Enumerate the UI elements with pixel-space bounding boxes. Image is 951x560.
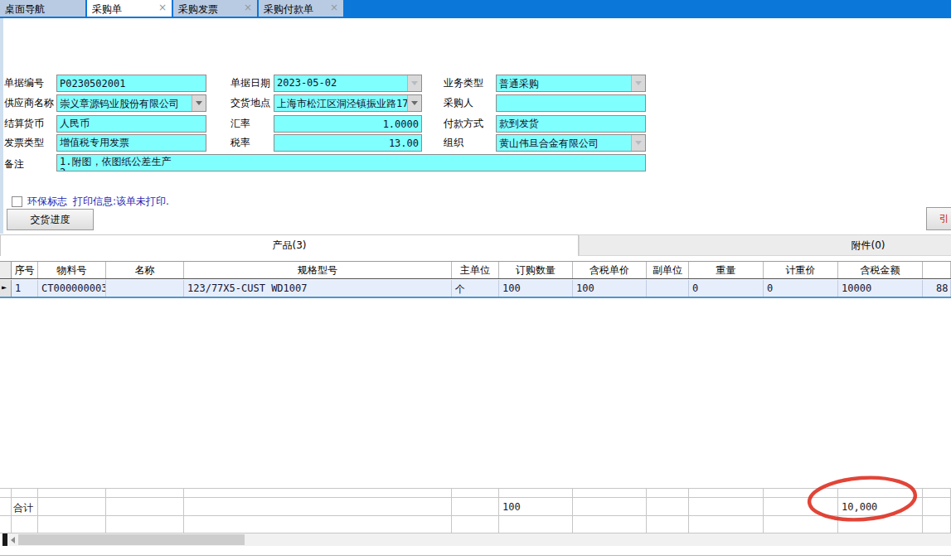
col-header-weight-price[interactable]: 计重价 bbox=[764, 262, 838, 278]
biz-type-value: 普通采购 bbox=[497, 75, 631, 91]
cell-spec-model[interactable]: 123/77X5-CUST WD1007 bbox=[184, 280, 452, 297]
tab-desktop-nav[interactable]: 桌面导航 bbox=[0, 0, 85, 17]
chevron-down-icon[interactable] bbox=[407, 75, 421, 91]
cell-clipped[interactable]: 88 bbox=[923, 280, 951, 297]
eco-label-checkbox[interactable] bbox=[12, 196, 22, 207]
cell-tax-price[interactable]: 100 bbox=[573, 280, 647, 297]
col-header-sub-unit[interactable]: 副单位 bbox=[647, 262, 689, 278]
chevron-down-icon[interactable] bbox=[631, 75, 645, 91]
exchange-rate-label: 汇率 bbox=[230, 115, 250, 132]
close-icon[interactable]: × bbox=[330, 2, 338, 12]
products-table-header: 序号 物料号 名称 规格型号 主单位 订购数量 含税单价 副单位 重量 计重价 … bbox=[0, 261, 951, 279]
tab-purchase-order[interactable]: 采购单 × bbox=[87, 0, 172, 17]
detail-tab-strip: 产品(3) 附件(0) bbox=[0, 234, 951, 256]
remark-line1: 1.附图，依图纸公差生产 bbox=[60, 157, 643, 167]
window-bottom-border bbox=[0, 555, 951, 556]
total-tax-amount: 10,000 bbox=[838, 498, 923, 515]
organization-label: 组织 bbox=[444, 134, 463, 151]
supplier-value: 崇义章源钨业股份有限公司 bbox=[57, 95, 192, 111]
doc-date-label: 单据日期 bbox=[230, 75, 270, 91]
remark-textarea[interactable]: 1.附图，依图纸公差生产 2. bbox=[56, 154, 646, 171]
cell-seq[interactable]: 1 bbox=[12, 280, 38, 297]
remark-label: 备注 bbox=[4, 156, 24, 172]
grid-summary-section: 合计 100 10,000 bbox=[0, 488, 951, 533]
summary-total-row: 合计 100 10,000 bbox=[0, 498, 951, 516]
scrollbar-thumb[interactable] bbox=[18, 534, 245, 545]
chevron-down-icon[interactable] bbox=[192, 95, 206, 111]
col-header-name[interactable]: 名称 bbox=[106, 262, 184, 278]
row-selector-header bbox=[0, 262, 12, 278]
window-tab-bar: 桌面导航 采购单 × 采购发票 × 采购付款单 × bbox=[0, 0, 951, 18]
summary-empty-row bbox=[0, 516, 951, 533]
buyer-input[interactable] bbox=[496, 94, 646, 112]
organization-value: 黄山伟旦合金有限公司 bbox=[497, 135, 631, 151]
cell-sub-unit[interactable] bbox=[647, 280, 689, 297]
currency-label: 结算货币 bbox=[4, 115, 44, 132]
eco-label-text: 环保标志 bbox=[27, 195, 67, 208]
col-header-seq[interactable]: 序号 bbox=[12, 262, 38, 278]
print-info-text: 打印信息:该单未打印. bbox=[73, 195, 169, 208]
col-header-material-no[interactable]: 物料号 bbox=[38, 262, 106, 278]
horizontal-scrollbar[interactable] bbox=[7, 533, 951, 546]
invoice-type-label: 发票类型 bbox=[4, 134, 44, 151]
organization-select[interactable]: 黄山伟旦合金有限公司 bbox=[496, 134, 646, 152]
col-header-tax-price[interactable]: 含税单价 bbox=[573, 262, 647, 278]
exchange-rate-input[interactable] bbox=[274, 115, 422, 133]
tax-rate-input[interactable] bbox=[274, 134, 422, 152]
chevron-down-icon[interactable] bbox=[631, 135, 645, 151]
delivery-place-label: 交货地点 bbox=[230, 94, 270, 111]
doc-no-input[interactable] bbox=[56, 75, 206, 92]
supplier-select[interactable]: 崇义章源钨业股份有限公司 bbox=[56, 94, 206, 112]
tab-products[interactable]: 产品(3) bbox=[0, 234, 579, 256]
delivery-place-value: 上海市松江区洞泾镇振业路17 bbox=[274, 95, 407, 111]
tab-label: 采购单 bbox=[92, 2, 122, 17]
doc-date-picker[interactable]: 2023-05-02 bbox=[274, 75, 422, 92]
cell-order-qty[interactable]: 100 bbox=[499, 280, 573, 297]
tab-label: 采购付款单 bbox=[264, 2, 313, 17]
cell-name[interactable] bbox=[106, 280, 184, 297]
summary-spacer-row bbox=[0, 489, 951, 498]
close-icon[interactable]: × bbox=[158, 2, 167, 12]
remark-line2-clipped: 2. bbox=[60, 167, 643, 171]
col-header-clipped bbox=[923, 262, 951, 278]
currency-input[interactable] bbox=[56, 115, 206, 133]
biz-type-select[interactable]: 普通采购 bbox=[496, 75, 646, 92]
purchase-order-window: 桌面导航 采购单 × 采购发票 × 采购付款单 × 单据编号 单据日期 2023… bbox=[0, 0, 951, 560]
buyer-label: 采购人 bbox=[444, 94, 473, 111]
total-order-qty: 100 bbox=[499, 498, 573, 515]
left-panel-edge bbox=[0, 18, 3, 234]
col-header-weight[interactable]: 重量 bbox=[689, 262, 764, 278]
tab-attachments[interactable]: 附件(0) bbox=[579, 234, 951, 256]
import-button-clipped[interactable]: 引 bbox=[926, 207, 951, 230]
scroll-left-icon[interactable] bbox=[7, 533, 18, 546]
payment-method-label: 付款方式 bbox=[444, 115, 483, 132]
payment-method-input[interactable] bbox=[496, 115, 646, 133]
tab-label: 采购发票 bbox=[178, 2, 218, 17]
cell-tax-amount[interactable]: 10000 bbox=[838, 280, 923, 297]
chevron-down-icon[interactable] bbox=[407, 95, 421, 111]
cell-material-no[interactable]: CT0000000031 bbox=[38, 280, 106, 297]
biz-type-label: 业务类型 bbox=[444, 75, 483, 91]
cell-weight[interactable]: 0 bbox=[689, 280, 764, 297]
row-marker-icon: ► bbox=[0, 280, 12, 297]
col-header-main-unit[interactable]: 主单位 bbox=[452, 262, 499, 278]
supplier-label: 供应商名称 bbox=[4, 94, 54, 111]
delivery-progress-button[interactable]: 交货进度 bbox=[7, 209, 94, 230]
tab-purchase-payment[interactable]: 采购付款单 × bbox=[259, 0, 343, 17]
doc-no-label: 单据编号 bbox=[4, 75, 44, 91]
delivery-place-select[interactable]: 上海市松江区洞泾镇振业路17 bbox=[274, 94, 422, 112]
col-header-tax-amount[interactable]: 含税金额 bbox=[838, 262, 923, 278]
tax-rate-label: 税率 bbox=[230, 134, 250, 151]
close-icon[interactable]: × bbox=[244, 2, 252, 12]
doc-date-value: 2023-05-02 bbox=[274, 75, 407, 91]
cell-weight-price[interactable]: 0 bbox=[764, 280, 838, 297]
total-label: 合计 bbox=[12, 498, 38, 515]
tab-purchase-invoice[interactable]: 采购发票 × bbox=[173, 0, 257, 17]
invoice-type-input[interactable] bbox=[56, 134, 206, 152]
table-row[interactable]: ► 1 CT0000000031 123/77X5-CUST WD1007 个 … bbox=[0, 280, 951, 298]
col-header-spec-model[interactable]: 规格型号 bbox=[184, 262, 452, 278]
col-header-order-qty[interactable]: 订购数量 bbox=[499, 262, 573, 278]
tab-label: 桌面导航 bbox=[5, 2, 45, 17]
cell-main-unit[interactable]: 个 bbox=[452, 280, 499, 297]
